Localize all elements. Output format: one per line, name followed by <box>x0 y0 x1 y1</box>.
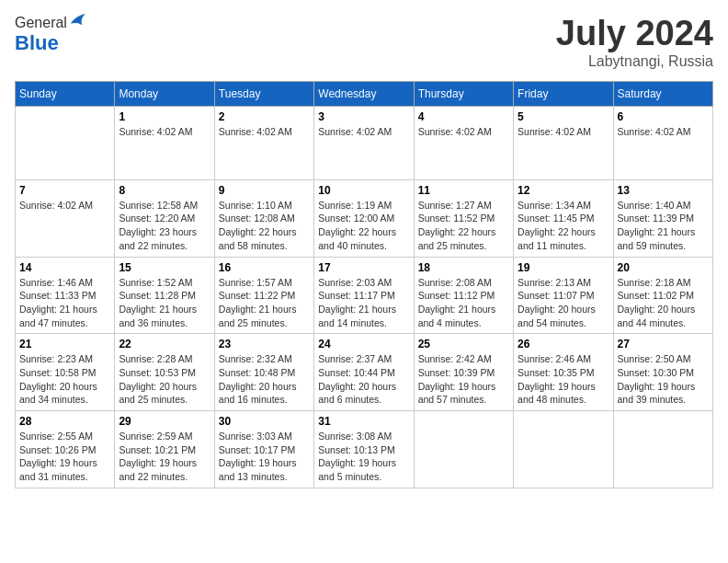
week-row-2: 7Sunrise: 4:02 AM8Sunrise: 12:58 AM Suns… <box>16 179 713 257</box>
week-row-3: 14Sunrise: 1:46 AM Sunset: 11:33 PM Dayl… <box>16 257 713 334</box>
calendar-cell: 10Sunrise: 1:19 AM Sunset: 12:00 AM Dayl… <box>314 179 414 257</box>
calendar-cell: 8Sunrise: 12:58 AM Sunset: 12:20 AM Dayl… <box>115 179 214 257</box>
calendar-cell: 31Sunrise: 3:08 AM Sunset: 10:13 PM Dayl… <box>314 411 414 488</box>
day-number: 11 <box>418 184 509 197</box>
day-info: Sunrise: 1:57 AM Sunset: 11:22 PM Daylig… <box>219 276 310 330</box>
calendar-cell: 4Sunrise: 4:02 AM <box>414 106 513 179</box>
day-info: Sunrise: 2:50 AM Sunset: 10:30 PM Daylig… <box>618 352 709 407</box>
weekday-header-sunday: Sunday <box>16 81 115 106</box>
day-info: Sunrise: 2:13 AM Sunset: 11:07 PM Daylig… <box>518 276 609 330</box>
day-info: Sunrise: 2:18 AM Sunset: 11:02 PM Daylig… <box>618 276 709 330</box>
day-info: Sunrise: 2:23 AM Sunset: 10:58 PM Daylig… <box>19 352 110 407</box>
calendar-cell: 3Sunrise: 4:02 AM <box>314 106 414 179</box>
day-info: Sunrise: 1:27 AM Sunset: 11:52 PM Daylig… <box>418 199 509 253</box>
calendar-cell: 28Sunrise: 2:55 AM Sunset: 10:26 PM Dayl… <box>16 411 115 488</box>
day-info: Sunrise: 2:37 AM Sunset: 10:44 PM Daylig… <box>318 352 409 407</box>
day-number: 19 <box>518 261 609 274</box>
day-number: 1 <box>119 110 210 123</box>
day-number: 18 <box>418 261 509 274</box>
calendar-cell: 17Sunrise: 2:03 AM Sunset: 11:17 PM Dayl… <box>314 257 414 334</box>
calendar-cell: 16Sunrise: 1:57 AM Sunset: 11:22 PM Dayl… <box>214 257 313 334</box>
calendar-cell: 20Sunrise: 2:18 AM Sunset: 11:02 PM Dayl… <box>613 257 712 334</box>
day-number: 17 <box>318 261 409 274</box>
day-number: 7 <box>19 184 110 197</box>
calendar-cell <box>613 411 712 488</box>
week-row-4: 21Sunrise: 2:23 AM Sunset: 10:58 PM Dayl… <box>16 334 713 411</box>
calendar-cell: 22Sunrise: 2:28 AM Sunset: 10:53 PM Dayl… <box>115 334 214 411</box>
day-number: 31 <box>318 415 409 428</box>
calendar-cell: 1Sunrise: 4:02 AM <box>115 106 214 179</box>
weekday-header-wednesday: Wednesday <box>314 81 414 106</box>
day-number: 12 <box>518 184 609 197</box>
calendar-cell: 13Sunrise: 1:40 AM Sunset: 11:39 PM Dayl… <box>613 179 712 257</box>
calendar-cell: 24Sunrise: 2:37 AM Sunset: 10:44 PM Dayl… <box>314 334 414 411</box>
logo-bird-icon <box>69 11 85 28</box>
calendar-cell: 6Sunrise: 4:02 AM <box>613 106 712 179</box>
calendar-cell: 5Sunrise: 4:02 AM <box>514 106 613 179</box>
day-number: 27 <box>618 338 709 350</box>
day-number: 15 <box>119 261 210 274</box>
day-info: Sunrise: 4:02 AM <box>518 125 609 139</box>
day-number: 23 <box>219 338 310 350</box>
calendar-cell: 21Sunrise: 2:23 AM Sunset: 10:58 PM Dayl… <box>16 334 115 411</box>
day-info: Sunrise: 4:02 AM <box>119 125 210 139</box>
day-number: 4 <box>418 110 509 123</box>
day-info: Sunrise: 2:32 AM Sunset: 10:48 PM Daylig… <box>219 352 310 407</box>
day-info: Sunrise: 2:03 AM Sunset: 11:17 PM Daylig… <box>318 276 409 330</box>
day-number: 26 <box>518 338 609 350</box>
day-info: Sunrise: 1:40 AM Sunset: 11:39 PM Daylig… <box>618 199 709 253</box>
day-number: 8 <box>119 184 210 197</box>
day-info: Sunrise: 2:59 AM Sunset: 10:21 PM Daylig… <box>119 430 210 484</box>
logo-general-text: General <box>15 15 67 31</box>
calendar-cell: 30Sunrise: 3:03 AM Sunset: 10:17 PM Dayl… <box>214 411 313 488</box>
day-info: Sunrise: 4:02 AM <box>318 125 409 139</box>
day-info: Sunrise: 2:46 AM Sunset: 10:35 PM Daylig… <box>518 352 609 407</box>
weekday-header-tuesday: Tuesday <box>214 81 313 106</box>
day-number: 20 <box>618 261 709 274</box>
day-info: Sunrise: 2:28 AM Sunset: 10:53 PM Daylig… <box>119 352 210 407</box>
weekday-header-saturday: Saturday <box>613 81 712 106</box>
month-title: July 2024 <box>556 15 713 53</box>
calendar-cell: 19Sunrise: 2:13 AM Sunset: 11:07 PM Dayl… <box>514 257 613 334</box>
calendar-cell: 2Sunrise: 4:02 AM <box>214 106 313 179</box>
calendar-cell: 12Sunrise: 1:34 AM Sunset: 11:45 PM Dayl… <box>514 179 613 257</box>
day-info: Sunrise: 1:46 AM Sunset: 11:33 PM Daylig… <box>19 276 110 330</box>
day-info: Sunrise: 3:03 AM Sunset: 10:17 PM Daylig… <box>219 430 310 484</box>
calendar-cell <box>414 411 513 488</box>
day-number: 10 <box>318 184 409 197</box>
day-number: 29 <box>119 415 210 428</box>
calendar-cell: 27Sunrise: 2:50 AM Sunset: 10:30 PM Dayl… <box>613 334 712 411</box>
day-info: Sunrise: 2:08 AM Sunset: 11:12 PM Daylig… <box>418 276 509 330</box>
day-info: Sunrise: 1:10 AM Sunset: 12:08 AM Daylig… <box>219 199 310 253</box>
day-number: 25 <box>418 338 509 350</box>
day-info: Sunrise: 2:55 AM Sunset: 10:26 PM Daylig… <box>19 430 110 484</box>
day-number: 14 <box>19 261 110 274</box>
day-info: Sunrise: 3:08 AM Sunset: 10:13 PM Daylig… <box>318 430 409 484</box>
week-row-1: 1Sunrise: 4:02 AM2Sunrise: 4:02 AM3Sunri… <box>16 106 713 179</box>
calendar-cell <box>16 106 115 179</box>
page-header: General Blue July 2024 Labytnangi, Russi… <box>15 15 713 70</box>
calendar-cell: 23Sunrise: 2:32 AM Sunset: 10:48 PM Dayl… <box>214 334 313 411</box>
day-number: 16 <box>219 261 310 274</box>
calendar-cell: 9Sunrise: 1:10 AM Sunset: 12:08 AM Dayli… <box>214 179 313 257</box>
day-info: Sunrise: 1:19 AM Sunset: 12:00 AM Daylig… <box>318 199 409 253</box>
day-number: 6 <box>618 110 709 123</box>
day-number: 30 <box>219 415 310 428</box>
day-number: 22 <box>119 338 210 350</box>
title-block: July 2024 Labytnangi, Russia <box>556 15 713 70</box>
weekday-header-thursday: Thursday <box>414 81 513 106</box>
day-number: 21 <box>19 338 110 350</box>
day-number: 13 <box>618 184 709 197</box>
calendar-cell: 25Sunrise: 2:42 AM Sunset: 10:39 PM Dayl… <box>414 334 513 411</box>
day-number: 9 <box>219 184 310 197</box>
day-number: 5 <box>518 110 609 123</box>
week-row-5: 28Sunrise: 2:55 AM Sunset: 10:26 PM Dayl… <box>16 411 713 488</box>
calendar-cell: 11Sunrise: 1:27 AM Sunset: 11:52 PM Dayl… <box>414 179 513 257</box>
day-number: 24 <box>318 338 409 350</box>
day-info: Sunrise: 4:02 AM <box>19 199 110 213</box>
weekday-header-friday: Friday <box>514 81 613 106</box>
logo: General Blue <box>15 15 85 55</box>
day-info: Sunrise: 1:34 AM Sunset: 11:45 PM Daylig… <box>518 199 609 253</box>
day-info: Sunrise: 1:52 AM Sunset: 11:28 PM Daylig… <box>119 276 210 330</box>
weekday-header-row: SundayMondayTuesdayWednesdayThursdayFrid… <box>16 81 713 106</box>
